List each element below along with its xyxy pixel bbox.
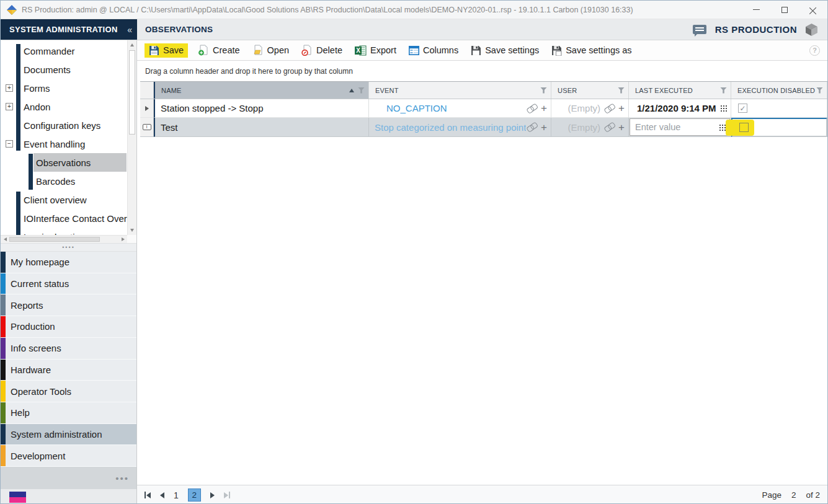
filter-icon[interactable] xyxy=(816,87,823,94)
create-button[interactable]: Create xyxy=(195,43,243,58)
picker-dots-icon[interactable] xyxy=(719,124,726,131)
group-by-panel[interactable]: Drag a column header and drop it here to… xyxy=(137,61,827,81)
cell-name[interactable]: Station stopped -> Stopp xyxy=(154,99,369,118)
nav-color-stripe xyxy=(1,338,6,359)
tree-item-commander[interactable]: Commander xyxy=(1,42,124,60)
nav-item-hardware[interactable]: Hardware xyxy=(1,360,136,381)
add-icon[interactable]: + xyxy=(618,103,625,113)
cell-last-executed[interactable]: 1/21/2020 9:14 PM xyxy=(629,99,731,118)
feedback-chat-icon[interactable] xyxy=(693,25,706,34)
export-button[interactable]: X Export xyxy=(352,43,399,58)
nav-item-system-administration[interactable]: System administration xyxy=(1,424,136,446)
tree-item-configuration-keys[interactable]: Configuration keys xyxy=(1,116,124,135)
columns-icon xyxy=(409,46,419,55)
scrollbar-thumb[interactable] xyxy=(9,237,100,242)
checkbox-checked[interactable]: ✓ xyxy=(738,104,747,113)
collapse-icon[interactable]: − xyxy=(6,140,13,148)
tree-item-andon[interactable]: +Andon xyxy=(1,97,124,116)
tree-item-forms[interactable]: +Forms xyxy=(1,79,124,97)
scroll-left-icon[interactable] xyxy=(1,236,9,243)
tree-item-iointerface-contact-overview[interactable]: IOInterface Contact Overv xyxy=(1,209,124,228)
cell-event[interactable]: Stop categorized on measuring point + xyxy=(369,118,551,137)
nav-overflow-dots[interactable]: ••• xyxy=(1,467,136,489)
add-icon[interactable]: + xyxy=(618,122,625,133)
scroll-down-icon[interactable] xyxy=(128,226,136,235)
column-header-last-executed[interactable]: LAST EXECUTED xyxy=(629,82,731,99)
nav-item-current-status[interactable]: Current status xyxy=(1,273,136,295)
cell-execution-disabled-focused[interactable] xyxy=(731,118,827,137)
nav-item-development[interactable]: Development xyxy=(1,445,136,467)
scroll-up-icon[interactable] xyxy=(128,40,136,50)
open-button[interactable]: Open xyxy=(250,43,292,58)
filter-icon[interactable] xyxy=(540,87,547,94)
column-header-user[interactable]: USER xyxy=(551,82,629,99)
picker-dots-icon[interactable] xyxy=(720,105,727,112)
tree-item-documents[interactable]: Documents xyxy=(1,60,124,79)
nav-item-my-homepage[interactable]: My homepage xyxy=(1,252,136,273)
minimize-button[interactable] xyxy=(742,1,770,19)
expand-icon[interactable]: + xyxy=(6,84,13,92)
link-icon[interactable] xyxy=(603,102,616,115)
nav-item-help[interactable]: Help xyxy=(1,402,136,424)
panel-splitter[interactable]: •••• xyxy=(1,243,136,252)
filter-icon[interactable] xyxy=(618,87,625,94)
next-page-button[interactable] xyxy=(210,492,215,498)
scrollbar-thumb[interactable] xyxy=(129,50,135,135)
cell-user[interactable]: (Empty) + xyxy=(551,118,629,137)
admin-tree: Commander Documents +Forms +Andon Config… xyxy=(1,40,136,243)
nav-color-stripe xyxy=(1,402,6,423)
link-icon[interactable] xyxy=(525,121,538,133)
tree-vertical-scrollbar[interactable] xyxy=(127,40,136,235)
header-bar: SYSTEM ADMINISTRATION « OBSERVATIONS RS … xyxy=(1,19,827,40)
link-icon[interactable] xyxy=(603,121,616,133)
tree-item-observations[interactable]: Observations xyxy=(33,153,127,172)
nav-item-operator-tools[interactable]: Operator Tools xyxy=(1,381,136,402)
add-icon[interactable]: + xyxy=(541,103,547,113)
column-header-execution-disabled[interactable]: EXECUTION DISABLED xyxy=(731,82,827,99)
cell-event[interactable]: NO_CAPTION + xyxy=(369,99,551,118)
main-nav: My homepage Current status Reports Produ… xyxy=(1,252,136,467)
link-icon[interactable] xyxy=(525,102,538,115)
nav-item-info-screens[interactable]: Info screens xyxy=(1,338,136,360)
filter-icon[interactable] xyxy=(358,87,365,94)
grid-empty-area xyxy=(137,137,827,485)
tree-item-event-handling[interactable]: −Event handling xyxy=(1,135,124,153)
delete-icon xyxy=(301,45,313,56)
nav-item-reports[interactable]: Reports xyxy=(1,294,136,316)
delete-button[interactable]: Delete xyxy=(299,43,345,58)
close-button[interactable] xyxy=(799,1,827,19)
checkbox-unchecked[interactable] xyxy=(739,123,749,132)
page-count-label: of 2 xyxy=(806,490,820,500)
column-header-event[interactable]: EVENT xyxy=(369,82,551,99)
column-header-name[interactable]: NAME xyxy=(154,82,369,99)
tree-item-barcodes[interactable]: Barcodes xyxy=(1,172,124,190)
save-settings-button[interactable]: Save settings xyxy=(468,43,541,58)
filter-icon[interactable] xyxy=(720,87,727,94)
last-page-button[interactable] xyxy=(224,492,230,498)
save-button[interactable]: Save xyxy=(145,43,188,58)
event-link[interactable]: Stop categorized on measuring point xyxy=(375,122,526,133)
first-page-button[interactable] xyxy=(145,492,151,498)
tree-horizontal-scrollbar[interactable] xyxy=(1,235,127,243)
current-page-value: 2 xyxy=(791,490,796,500)
save-settings-as-button[interactable]: Save settings as xyxy=(549,43,634,58)
cell-last-executed-editor xyxy=(629,118,731,137)
maximize-button[interactable] xyxy=(770,1,799,19)
cell-name[interactable]: Test xyxy=(154,118,369,137)
expand-icon[interactable]: + xyxy=(6,103,13,110)
cell-user[interactable]: (Empty) + xyxy=(551,99,629,118)
page-number-1[interactable]: 1 xyxy=(174,490,179,500)
scroll-right-icon[interactable] xyxy=(118,236,127,243)
event-link[interactable]: NO_CAPTION xyxy=(386,103,447,113)
collapse-sidebar-icon[interactable]: « xyxy=(127,25,132,35)
page-number-2-current[interactable]: 2 xyxy=(188,489,201,502)
date-editor-input[interactable] xyxy=(635,122,719,132)
help-icon[interactable]: ? xyxy=(809,45,820,56)
previous-page-button[interactable] xyxy=(160,492,164,498)
tree-item-client-overview[interactable]: Client overview xyxy=(1,190,124,209)
columns-button[interactable]: Columns xyxy=(406,43,461,57)
nav-item-production[interactable]: Production xyxy=(1,316,136,338)
cell-execution-disabled[interactable]: ✓ xyxy=(731,99,827,118)
add-icon[interactable]: + xyxy=(541,122,547,133)
brand-label: RS PRODUCTION xyxy=(715,24,797,35)
